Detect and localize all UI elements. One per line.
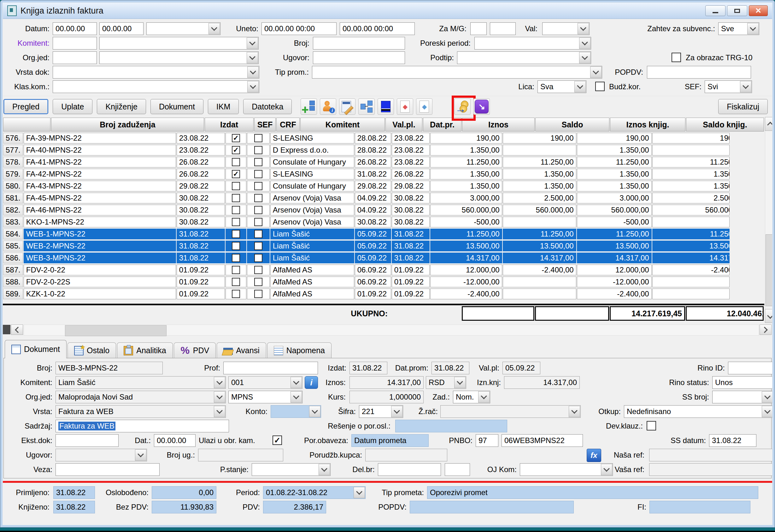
cell-crf[interactable] (247, 193, 270, 203)
chevron-down-icon[interactable] (353, 487, 365, 498)
delbr-field[interactable] (378, 463, 441, 476)
sef-checkbox[interactable] (232, 218, 240, 226)
fiskalizuj-button[interactable]: Fiskalizuj (718, 99, 768, 114)
cell-sef[interactable] (225, 181, 246, 191)
scroll-up-button[interactable] (765, 117, 772, 131)
chevron-down-icon[interactable] (318, 464, 330, 475)
table-row[interactable]: 577. FA-40-MPNS-22 23.08.22 ✓ D Express … (3, 144, 764, 156)
chevron-down-icon[interactable] (214, 391, 225, 403)
scroll-down-button[interactable] (765, 309, 772, 323)
zad-select[interactable]: Nom. (453, 391, 490, 403)
budz-kor-checkbox[interactable] (595, 82, 605, 91)
orgjed-name-select[interactable] (99, 51, 259, 64)
komitent-code-input[interactable] (53, 37, 97, 50)
pregled-button[interactable]: Pregled (3, 99, 48, 114)
rino-status-field[interactable]: Unos (712, 376, 772, 389)
sifra-select[interactable]: 221 (359, 405, 403, 418)
crf-checkbox[interactable] (254, 290, 262, 298)
chevron-down-icon[interactable] (309, 406, 320, 417)
chevron-down-icon[interactable] (290, 391, 302, 403)
sadrzaj-field[interactable]: Faktura za WEB (55, 420, 229, 432)
sef-send-button[interactable]: ↘ (474, 98, 490, 115)
vertical-scroll-track[interactable] (765, 131, 772, 309)
chevron-down-icon[interactable] (391, 406, 403, 417)
cell-sef[interactable] (225, 277, 246, 287)
brojug-field[interactable] (198, 449, 283, 461)
valuta-select[interactable]: RSD (426, 376, 466, 389)
zrac-select[interactable] (440, 405, 581, 418)
col-broj[interactable]: Broj zaduženja (51, 118, 204, 132)
cell-crf[interactable] (247, 241, 270, 251)
dokument-button[interactable]: Dokument (150, 99, 203, 114)
cell-sef[interactable] (225, 253, 246, 263)
tab-ostalo[interactable]: ★Ostalo (67, 342, 116, 358)
chevron-down-icon[interactable] (590, 67, 602, 78)
komitent-code-select[interactable]: 001 (228, 376, 302, 389)
scroll-right-button[interactable] (760, 324, 772, 335)
col-sef[interactable]: SEF (254, 118, 276, 132)
sef-checkbox[interactable] (232, 278, 240, 286)
chevron-down-icon[interactable] (579, 38, 591, 49)
info-button[interactable]: i (305, 376, 318, 389)
pnbo2-field[interactable]: 06WEB3MPNS22 (502, 434, 583, 447)
sef-checkbox[interactable] (232, 206, 240, 214)
sef-checkbox[interactable] (232, 158, 240, 166)
komitent-select[interactable]: Liam Šašić (55, 376, 226, 389)
col-crf[interactable]: CRF (276, 118, 300, 132)
table-row[interactable]: 584. WEB-1-MPNS-22 31.08.22 Liam Šašić 0… (3, 228, 764, 240)
table-row[interactable]: 589. KZK-1-0-22 01.09.22 AlfaMed AS 01.0… (3, 288, 764, 300)
col-valpl[interactable]: Val.pl. (385, 118, 423, 132)
cell-sef[interactable] (225, 229, 246, 239)
table-row[interactable]: 583. KKO-1-MPNS-22 30.08.22 Arsenov (Voj… (3, 216, 764, 228)
trg10-checkbox[interactable] (672, 53, 681, 62)
crf-checkbox[interactable] (254, 134, 262, 142)
tip-prom-select[interactable] (312, 66, 602, 79)
cell-sef[interactable] (225, 217, 246, 227)
sef-checkbox[interactable]: ✓ (232, 170, 240, 178)
crf-checkbox[interactable] (254, 230, 262, 238)
otkup-select[interactable]: Nedefinisano (624, 405, 772, 418)
crf-checkbox[interactable] (254, 206, 262, 214)
chevron-down-icon[interactable] (762, 406, 772, 417)
crf-checkbox[interactable] (254, 170, 262, 178)
vrsta-dok-select[interactable] (53, 66, 259, 79)
iznknj-field[interactable]: 14.317,00 (504, 376, 580, 389)
datum-to-input[interactable]: 00.00.00 (99, 22, 143, 35)
konto-select[interactable] (271, 405, 321, 418)
broj-filter-input[interactable] (313, 37, 405, 50)
col-iznos[interactable]: Iznos (462, 118, 535, 132)
val-select[interactable] (542, 22, 590, 35)
sef-checkbox[interactable] (232, 194, 240, 202)
sef-checkbox[interactable]: ✓ (232, 134, 240, 142)
table-row[interactable]: 578. FA-41-MPNS-22 26.08.22 Consulate of… (3, 156, 764, 168)
period-select[interactable]: 01.08.22-31.08.22 (263, 486, 365, 499)
komitent-name-select[interactable] (99, 37, 259, 50)
podtip-select[interactable] (457, 51, 591, 64)
close-button[interactable]: ✕ (749, 5, 768, 16)
fx-button[interactable]: fx (587, 449, 601, 462)
cell-crf[interactable] (247, 265, 270, 275)
chevron-down-icon[interactable] (247, 38, 258, 49)
cell-sef[interactable] (225, 157, 246, 167)
delbr2-field[interactable] (445, 463, 470, 476)
payment-transfer-button[interactable]: → (454, 98, 471, 115)
pstanje-select[interactable] (252, 463, 330, 476)
sef-checkbox[interactable] (232, 266, 240, 274)
resenje-field[interactable] (395, 420, 507, 432)
tab-analitika[interactable]: Analitika (117, 342, 173, 358)
col-saldo-knjig[interactable]: Saldo knjig. (686, 118, 764, 132)
ssbroj-select[interactable] (712, 391, 772, 403)
subvenc-select[interactable]: Sve (718, 22, 759, 35)
export-blue-button[interactable]: ◆ (416, 98, 433, 115)
cell-sef[interactable] (225, 241, 246, 251)
valpl-field[interactable]: 05.09.22 (503, 362, 540, 374)
vertical-scroll-thumb[interactable] (766, 234, 772, 306)
ikm-button[interactable]: IKM (208, 99, 239, 114)
devklauz-checkbox[interactable] (647, 421, 656, 430)
rino-id-field[interactable] (728, 362, 772, 374)
cell-sef[interactable]: ✓ (225, 145, 246, 155)
vrsta-select[interactable]: Faktura za WEB (55, 405, 226, 418)
table-row[interactable]: 582. FA-46-MPNS-22 30.08.22 Arsenov (Voj… (3, 204, 764, 216)
crf-checkbox[interactable] (254, 146, 262, 154)
tab-napomena[interactable]: Napomena (267, 342, 331, 358)
